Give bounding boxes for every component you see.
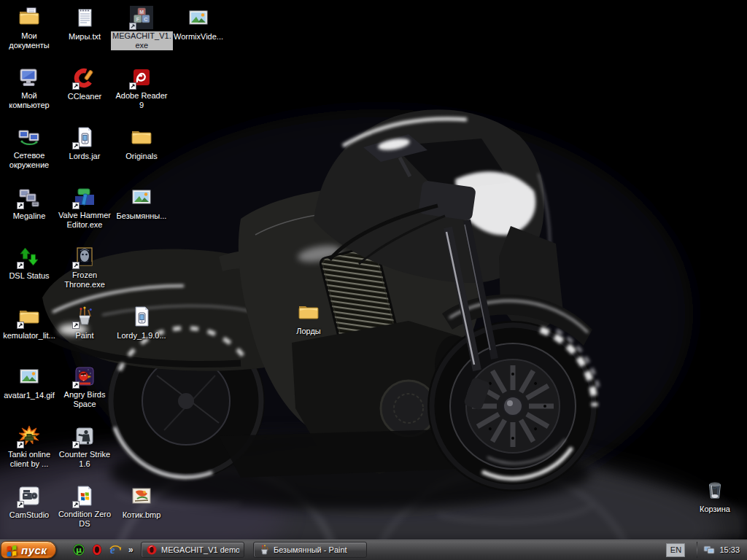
icon-label: Котик.bmp: [121, 510, 163, 520]
picture-icon: [18, 365, 41, 388]
desktop-icon-miry-txt[interactable]: Миры.txt: [54, 6, 115, 42]
icon-label: CCleaner: [66, 92, 103, 101]
quick-launch-utorrent-icon[interactable]: µ: [72, 543, 85, 556]
quick-launch-bar: µe»: [72, 542, 135, 557]
desktop-icon-avatar-gif[interactable]: avatar1_14.gif: [0, 365, 60, 401]
megaline-icon: [18, 185, 41, 209]
window-title: Безымянный - Paint: [274, 545, 347, 554]
java-doc-icon: [73, 125, 96, 149]
icon-label: CamStudio: [8, 510, 50, 520]
desktop-icon-kemulator[interactable]: kemulator_lit...: [0, 305, 60, 341]
icon-label: Сетевое окружение: [0, 151, 60, 170]
taskbar-window-button-2[interactable]: Безымянный - Paint: [253, 542, 367, 558]
icon-label: WormixVide...: [172, 32, 225, 42]
painting-icon: [130, 484, 153, 508]
desktop-icon-recycle-bin[interactable]: Корзина: [684, 478, 746, 515]
frozen-throne-icon: [73, 245, 96, 268]
camstudio-icon: [18, 484, 41, 508]
desktop-icon-adobe-reader-9[interactable]: Adobe Reader 9: [111, 66, 172, 111]
icon-label: Angry Birds Space: [54, 390, 115, 409]
desktop-icon-angry-birds[interactable]: Angry Birds Space: [54, 365, 115, 410]
clock: 15:33: [719, 545, 740, 554]
counter-strike-icon: [73, 424, 96, 448]
desktop-icon-valve-hammer[interactable]: Valve Hammer Editor.exe: [54, 185, 115, 230]
icon-label: Корзина: [698, 505, 732, 514]
taskbar-window-button-1[interactable]: MEGACHIT_V1 demo ...: [141, 542, 244, 558]
desktop-icon-camstudio[interactable]: CamStudio: [0, 484, 60, 521]
desktop-icon-wormix-video[interactable]: WormixVide...: [168, 6, 229, 42]
desktop-icon-megaline[interactable]: Megaline: [0, 185, 60, 222]
language-indicator[interactable]: EN: [666, 543, 685, 557]
tanki-icon: [18, 424, 41, 448]
folder-icon: [18, 305, 41, 328]
shortcut-arrow-icon: [72, 441, 80, 448]
java-doc-icon: [130, 305, 153, 328]
desktop-icon-bezymyanny-img[interactable]: Безымянны...: [111, 185, 172, 222]
desktop-icon-lords-jar[interactable]: Lords.jar: [54, 125, 115, 162]
shortcut-arrow-icon: [72, 82, 80, 90]
icon-label: kemulator_lit...: [1, 331, 57, 341]
desktop-icon-my-documents[interactable]: Мои документы: [0, 6, 60, 51]
shortcut-arrow-icon: [129, 23, 136, 30]
quick-launch-opera-icon[interactable]: [90, 543, 104, 556]
shortcut-arrow-icon: [17, 262, 24, 269]
icon-label: Condition Zero DS: [54, 510, 115, 529]
desktop-icon-originals[interactable]: Originals: [111, 125, 172, 162]
quick-launch-internet-explorer-icon[interactable]: e: [109, 543, 122, 556]
svg-text:F: F: [136, 17, 140, 22]
taskbar: пуск µe» MEGACHIT_V1 demo ...Безымянный …: [0, 540, 747, 560]
task-buttons: MEGACHIT_V1 demo ...Безымянный - Paint: [141, 542, 367, 558]
icon-label: Tanki online client by ...: [0, 450, 60, 469]
shortcut-arrow-icon: [17, 501, 24, 508]
quick-launch-overflow-chevron[interactable]: »: [127, 545, 135, 555]
icon-label: Adobe Reader 9: [111, 91, 172, 110]
tray-separator: [697, 542, 697, 558]
my-computer-icon: [18, 66, 41, 89]
picture-icon: [130, 185, 153, 209]
desktop-icon-dsl-status[interactable]: DSL Status: [0, 245, 60, 281]
icon-label: Миры.txt: [67, 32, 102, 42]
red-ring-icon: [146, 544, 158, 556]
desktop-icon-megachit-exe[interactable]: MFCMEGACHIT_V1. exe: [111, 6, 172, 51]
desktop-icon-my-computer[interactable]: Мой компьютер: [0, 66, 60, 111]
icon-label: Мои документы: [0, 31, 60, 50]
desktop-icon-frozen-throne[interactable]: Frozen Throne.exe: [54, 245, 115, 290]
folder-icon: [297, 300, 320, 324]
start-button[interactable]: пуск: [1, 541, 56, 559]
icon-label: Counter Strike 1.6: [54, 450, 115, 469]
svg-text:C: C: [144, 17, 147, 22]
shortcut-arrow-icon: [72, 142, 80, 149]
shortcut-arrow-icon: [17, 441, 24, 448]
icon-label: Lords.jar: [68, 152, 102, 161]
icon-label: Lordy_1.9.0...: [115, 331, 167, 341]
desktop-icon-tanki-online[interactable]: Tanki online client by ...: [0, 424, 60, 470]
shortcut-arrow-icon: [17, 202, 24, 209]
hammer-icon: [73, 185, 96, 209]
icon-label: Megaline: [12, 211, 47, 221]
desktop-icon-condition-zero[interactable]: Condition Zero DS: [54, 484, 115, 529]
desktop-icon-lordy-jar[interactable]: Lordy_1.9.0...: [111, 305, 172, 341]
windows-logo-icon: [6, 544, 18, 556]
shortcut-arrow-icon: [17, 322, 24, 329]
start-label: пуск: [21, 544, 47, 556]
network-status-icon[interactable]: [703, 544, 715, 556]
desktop-icon-network-places[interactable]: Сетевое окружение: [0, 125, 60, 171]
shortcut-arrow-icon: [72, 381, 80, 389]
dsl-arrows-icon: [18, 245, 41, 268]
icon-label: Лорды: [295, 327, 322, 336]
icon-label: avatar1_14.gif: [2, 391, 56, 400]
desktop-icon-lordy-folder[interactable]: Лорды: [278, 300, 339, 337]
adobe-reader-icon: [130, 66, 153, 89]
desktop-icon-ccleaner[interactable]: CCleaner: [54, 66, 115, 102]
icon-label: Paint: [74, 331, 95, 341]
desktop-icon-paint[interactable]: Paint: [54, 305, 115, 341]
desktop-icon-kotik-bmp[interactable]: Котик.bmp: [111, 484, 172, 521]
paint-cup-small-icon: [258, 544, 270, 556]
svg-text:µ: µ: [76, 545, 82, 555]
icon-label: Originals: [124, 152, 158, 161]
paint-cup-icon: [73, 305, 96, 328]
angry-birds-icon: [73, 365, 96, 388]
icon-label: MEGACHIT_V1. exe: [111, 31, 173, 50]
desktop-icon-counter-strike[interactable]: Counter Strike 1.6: [54, 424, 115, 470]
icon-label: DSL Status: [7, 271, 50, 281]
